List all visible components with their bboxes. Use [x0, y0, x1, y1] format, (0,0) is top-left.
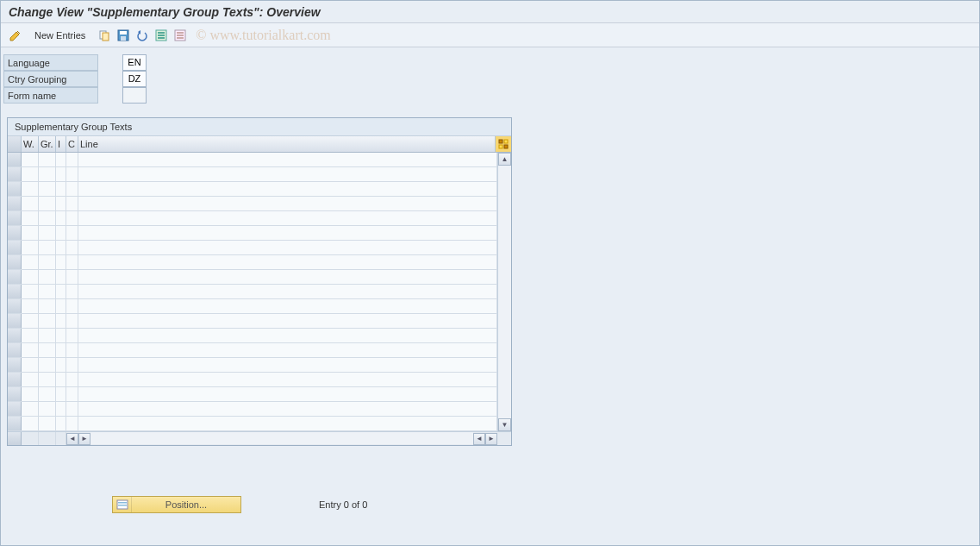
cell-w[interactable]: [22, 387, 39, 401]
cell-c[interactable]: [66, 270, 78, 284]
cell-line[interactable]: [78, 153, 497, 166]
table-row[interactable]: [8, 182, 497, 197]
cell-c[interactable]: [66, 255, 78, 269]
cell-i[interactable]: [56, 417, 66, 430]
cell-line[interactable]: [78, 167, 497, 181]
cell-c[interactable]: [66, 211, 78, 225]
table-row[interactable]: [8, 343, 497, 358]
cell-w[interactable]: [22, 299, 39, 313]
cell-c[interactable]: [66, 241, 78, 254]
cell-c[interactable]: [66, 343, 78, 357]
cell-line[interactable]: [78, 211, 497, 225]
cell-gr[interactable]: [39, 211, 56, 225]
cell-c[interactable]: [66, 182, 78, 196]
table-row[interactable]: [8, 314, 497, 329]
cell-gr[interactable]: [39, 358, 56, 372]
table-row[interactable]: [8, 417, 497, 431]
cell-w[interactable]: [22, 241, 39, 254]
cell-w[interactable]: [22, 329, 39, 342]
cell-line[interactable]: [78, 373, 497, 386]
cell-line[interactable]: [78, 387, 497, 401]
cell-gr[interactable]: [39, 343, 56, 357]
cell-c[interactable]: [66, 373, 78, 386]
language-input[interactable]: EN: [122, 54, 147, 71]
column-i[interactable]: I: [56, 136, 66, 152]
table-row[interactable]: [8, 402, 497, 417]
cell-w[interactable]: [22, 226, 39, 240]
cell-gr[interactable]: [39, 153, 56, 166]
scroll-left-icon[interactable]: ◄: [66, 433, 78, 445]
table-row[interactable]: [8, 329, 497, 343]
cell-gr[interactable]: [39, 241, 56, 254]
cell-w[interactable]: [22, 197, 39, 210]
new-entries-button[interactable]: New Entries: [29, 28, 91, 42]
row-selector[interactable]: [8, 417, 22, 430]
table-row[interactable]: [8, 373, 497, 387]
cell-gr[interactable]: [39, 270, 56, 284]
save-icon[interactable]: [115, 27, 132, 44]
cell-w[interactable]: [22, 285, 39, 298]
cell-w[interactable]: [22, 255, 39, 269]
position-button[interactable]: Position...: [112, 496, 241, 513]
table-config-icon[interactable]: [496, 136, 511, 152]
cell-gr[interactable]: [39, 255, 56, 269]
cell-gr[interactable]: [39, 197, 56, 210]
cell-line[interactable]: [78, 270, 497, 284]
form-name-input[interactable]: [122, 87, 147, 104]
copy-icon[interactable]: [96, 27, 113, 44]
table-row[interactable]: [8, 255, 497, 270]
cell-i[interactable]: [56, 241, 66, 254]
column-w[interactable]: W.: [22, 136, 39, 152]
cell-i[interactable]: [56, 226, 66, 240]
cell-gr[interactable]: [39, 387, 56, 401]
cell-i[interactable]: [56, 402, 66, 416]
cell-i[interactable]: [56, 314, 66, 328]
cell-gr[interactable]: [39, 417, 56, 430]
cell-i[interactable]: [56, 343, 66, 357]
scroll-left2-icon[interactable]: ◄: [473, 433, 485, 445]
cell-line[interactable]: [78, 358, 497, 372]
cell-w[interactable]: [22, 153, 39, 166]
cell-line[interactable]: [78, 329, 497, 342]
change-icon[interactable]: [7, 27, 24, 44]
row-selector[interactable]: [8, 197, 22, 210]
row-selector[interactable]: [8, 285, 22, 298]
cell-i[interactable]: [56, 255, 66, 269]
cell-w[interactable]: [22, 358, 39, 372]
cell-w[interactable]: [22, 314, 39, 328]
scroll-up-icon[interactable]: ▲: [498, 153, 511, 166]
cell-w[interactable]: [22, 270, 39, 284]
table-row[interactable]: [8, 211, 497, 226]
cell-line[interactable]: [78, 417, 497, 430]
cell-line[interactable]: [78, 299, 497, 313]
cell-gr[interactable]: [39, 373, 56, 386]
row-selector[interactable]: [8, 402, 22, 416]
cell-gr[interactable]: [39, 299, 56, 313]
cell-c[interactable]: [66, 402, 78, 416]
row-selector[interactable]: [8, 343, 22, 357]
cell-i[interactable]: [56, 299, 66, 313]
vertical-scrollbar[interactable]: ▲ ▼: [497, 153, 511, 431]
table-row[interactable]: [8, 153, 497, 167]
hscroll-track[interactable]: [91, 432, 473, 444]
cell-i[interactable]: [56, 329, 66, 342]
row-selector[interactable]: [8, 211, 22, 225]
table-row[interactable]: [8, 167, 497, 182]
cell-c[interactable]: [66, 299, 78, 313]
row-selector[interactable]: [8, 270, 22, 284]
row-selector[interactable]: [8, 182, 22, 196]
row-selector[interactable]: [8, 241, 22, 254]
row-selector[interactable]: [8, 329, 22, 342]
cell-w[interactable]: [22, 402, 39, 416]
scroll-right-icon[interactable]: ►: [78, 433, 91, 445]
row-selector[interactable]: [8, 373, 22, 386]
cell-gr[interactable]: [39, 182, 56, 196]
scroll-right2-icon[interactable]: ►: [485, 433, 497, 445]
undo-icon[interactable]: [134, 27, 151, 44]
cell-line[interactable]: [78, 314, 497, 328]
cell-w[interactable]: [22, 182, 39, 196]
table-row[interactable]: [8, 270, 497, 285]
table-row[interactable]: [8, 241, 497, 255]
cell-c[interactable]: [66, 314, 78, 328]
column-gr[interactable]: Gr.: [39, 136, 56, 152]
